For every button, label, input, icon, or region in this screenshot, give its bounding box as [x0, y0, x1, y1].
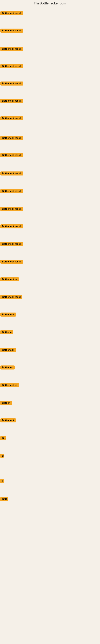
badge-row-7: Bottleneck result [0, 116, 23, 121]
bottleneck-badge-26[interactable]: B [0, 454, 3, 458]
badge-row-1: Bottleneck result [0, 11, 23, 16]
badge-row-16: Bottleneck re [0, 277, 19, 282]
badge-row-28: Bott [0, 497, 8, 502]
bottleneck-badge-8[interactable]: Bottleneck result [0, 136, 23, 140]
bottleneck-badge-13[interactable]: Bottleneck result [0, 224, 23, 228]
badge-row-18: Bottleneck [0, 312, 16, 317]
bottleneck-badge-5[interactable]: Bottleneck result [0, 82, 23, 86]
bottleneck-badge-22[interactable]: Bottleneck re [0, 383, 19, 387]
bottleneck-badge-23[interactable]: Bottlen [0, 401, 12, 405]
bottleneck-badge-6[interactable]: Bottleneck result [0, 99, 23, 103]
badge-row-9: Bottleneck result [0, 153, 23, 158]
bottleneck-badge-20[interactable]: Bottleneck [0, 348, 16, 352]
badge-row-12: Bottleneck result [0, 207, 23, 212]
site-title: TheBottlenecker.com [0, 0, 100, 6]
badge-row-5: Bottleneck result [0, 82, 23, 86]
bottleneck-badge-19[interactable]: Bottlene [0, 330, 13, 334]
badge-row-2: Bottleneck result [0, 28, 23, 34]
badge-row-4: Bottleneck result [0, 64, 23, 69]
badge-row-23: Bottlen [0, 401, 12, 406]
badge-row-21: Bottlenec [0, 366, 15, 370]
bottleneck-badge-2[interactable]: Bottleneck result [0, 28, 23, 32]
bottleneck-badge-28[interactable]: Bott [0, 497, 8, 501]
bottleneck-badge-21[interactable]: Bottlenec [0, 366, 15, 370]
bottleneck-badge-25[interactable]: Bo [0, 436, 6, 440]
bottleneck-badge-15[interactable]: Bottleneck result [0, 260, 23, 264]
badge-row-15: Bottleneck result [0, 260, 23, 264]
badge-row-8: Bottleneck result [0, 136, 23, 141]
bottleneck-badge-14[interactable]: Bottleneck result [0, 242, 23, 246]
badge-row-20: Bottleneck [0, 348, 16, 353]
bottleneck-badge-1[interactable]: Bottleneck result [0, 11, 23, 15]
badge-row-19: Bottlene [0, 330, 13, 335]
bottleneck-badge-7[interactable]: Bottleneck result [0, 116, 23, 120]
bottleneck-badge-12[interactable]: Bottleneck result [0, 207, 23, 211]
badge-row-24: Bottleneck [0, 418, 16, 423]
badge-row-10: Bottleneck result [0, 172, 23, 176]
bottleneck-badge-9[interactable]: Bottleneck result [0, 153, 23, 157]
badge-row-3: Bottleneck result [0, 47, 23, 52]
badge-row-22: Bottleneck re [0, 383, 19, 388]
bottleneck-badge-17[interactable]: Bottleneck resul [0, 295, 22, 299]
bottleneck-badge-3[interactable]: Bottleneck result [0, 47, 23, 51]
bottleneck-badge-10[interactable]: Bottleneck result [0, 172, 23, 176]
badge-row-11: Bottleneck result [0, 189, 23, 194]
badge-row-14: Bottleneck result [0, 242, 23, 247]
badge-row-13: Bottleneck result [0, 224, 23, 229]
bottleneck-badge-4[interactable]: Bottleneck result [0, 64, 23, 68]
badge-row-27: | [0, 479, 2, 484]
badge-row-17: Bottleneck resul [0, 295, 22, 300]
bottleneck-badge-27[interactable]: | [0, 479, 3, 483]
bottleneck-badge-18[interactable]: Bottleneck [0, 312, 16, 316]
bottleneck-badge-24[interactable]: Bottleneck [0, 418, 16, 422]
badge-row-25: Bo [0, 436, 6, 441]
bottleneck-badge-11[interactable]: Bottleneck result [0, 189, 23, 193]
bottleneck-badge-16[interactable]: Bottleneck re [0, 277, 19, 281]
badge-row-6: Bottleneck result [0, 99, 23, 104]
badge-row-26: B [0, 454, 3, 459]
